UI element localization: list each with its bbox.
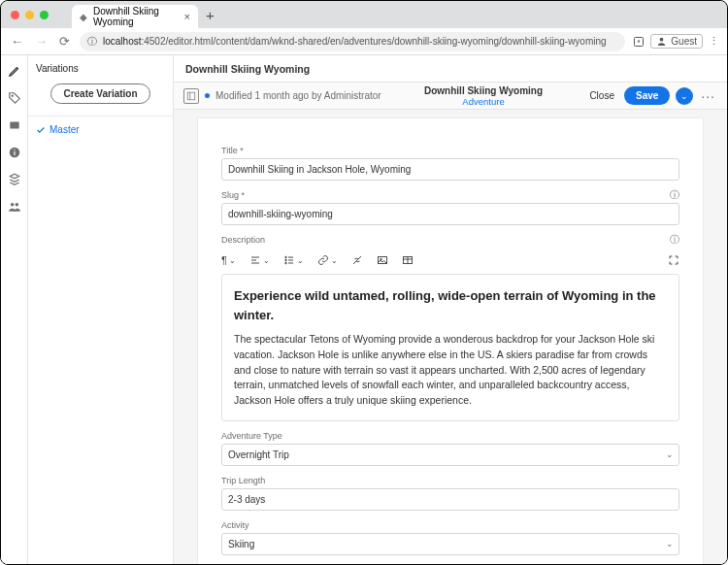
status-left: Modified 1 month ago by Administrator [183,88,381,104]
modified-text: Modified 1 month ago by Administrator [215,90,381,101]
trip-length-input[interactable] [221,488,679,511]
title-input[interactable] [221,158,679,181]
svg-rect-5 [14,151,15,155]
save-button[interactable]: Save [624,86,670,105]
tab-title: Downhill Skiing Wyoming [93,6,179,27]
description-info-icon[interactable]: ⓘ [670,233,679,247]
window-controls [1,11,49,19]
associated-icon[interactable] [7,199,22,215]
save-menu-button[interactable]: ⌄ [676,87,693,105]
activity-label: Activity [221,520,679,530]
svg-point-6 [14,149,15,150]
page-header: Downhill Skiing Wyoming [174,55,727,83]
page-title: Downhill Skiing Wyoming [185,63,310,75]
svg-point-16 [285,262,287,264]
adventure-type-value: Overnight Trip [221,444,679,466]
macos-titlebar: ◆ Downhill Skiing Wyoming × + [1,1,727,28]
rte-align-button[interactable]: ⌄ [249,254,270,266]
status-bar: Modified 1 month ago by Administrator Do… [174,83,727,110]
side-panel-toggle-icon[interactable] [183,88,199,104]
content-form: Title * Slug *ⓘ Descriptionⓘ ¶ ⌄ ⌄ ⌄ ⌄ [197,117,704,564]
svg-point-2 [12,95,13,96]
status-right: Close Save ⌄ ··· [585,86,717,105]
title-label: Title * [221,146,679,155]
divider [28,116,173,116]
chevron-down-icon: ⌄ [666,449,674,459]
activity-select[interactable]: Skiing ⌄ [221,533,679,555]
browser-menu-icon[interactable]: ⋮ [709,35,719,48]
svg-point-15 [285,259,287,261]
address-bar[interactable]: ⓘ localhost:4502/editor.html/content/dam… [80,32,625,51]
modified-indicator-icon [205,93,210,98]
svg-point-1 [660,38,664,42]
forward-button[interactable]: → [33,34,50,49]
editor-main: Downhill Skiing Wyoming Modified 1 month… [174,55,727,564]
svg-point-8 [15,203,17,207]
close-tab-icon[interactable]: × [184,11,190,22]
favicon: ◆ [80,12,87,22]
minimize-window-icon[interactable] [25,11,34,19]
activity-value: Skiing [221,533,679,555]
slug-input[interactable] [221,203,679,225]
status-center: Downhill Skiing Wyoming Adventure [389,85,579,107]
close-button[interactable]: Close [585,90,618,101]
profile-button[interactable]: Guest [650,34,703,49]
browser-toolbar: ← → ⟳ ⓘ localhost:4502/editor.html/conte… [1,28,727,55]
left-rail [1,55,28,564]
breadcrumb: Downhill Skiing Wyoming [389,85,579,96]
close-window-icon[interactable] [11,11,19,19]
variation-master[interactable]: Master [36,124,165,135]
browser-tab[interactable]: ◆ Downhill Skiing Wyoming × [72,5,198,28]
install-app-icon[interactable] [633,36,645,48]
assets-icon[interactable] [7,117,22,133]
rte-editor[interactable]: Experience wild untamed, rolling, wide-o… [221,274,679,421]
slug-label: Slug *ⓘ [221,190,679,200]
variations-title: Variations [36,63,165,74]
rte-list-button[interactable]: ⌄ [283,254,304,266]
trip-length-label: Trip Length [221,476,679,485]
svg-rect-3 [10,122,18,129]
tag-icon[interactable] [7,90,22,106]
rte-image-button[interactable] [377,254,388,266]
rte-toolbar: ¶ ⌄ ⌄ ⌄ ⌄ [221,252,679,268]
site-info-icon[interactable]: ⓘ [87,35,97,49]
create-variation-button[interactable]: Create Variation [50,83,149,104]
form-canvas[interactable]: Title * Slug *ⓘ Descriptionⓘ ¶ ⌄ ⌄ ⌄ ⌄ [174,110,727,564]
new-tab-button[interactable]: + [198,7,222,23]
variations-panel: Variations Create Variation Master [28,55,174,564]
reload-button[interactable]: ⟳ [57,34,72,49]
description-label: Descriptionⓘ [221,235,679,245]
back-button[interactable]: ← [9,34,25,49]
profile-label: Guest [671,36,697,47]
checkmark-icon [36,125,46,135]
app: Variations Create Variation Master Downh… [1,55,727,564]
rte-paragraph-button[interactable]: ¶ ⌄ [221,254,236,266]
zoom-window-icon[interactable] [40,11,49,19]
rte-link-button[interactable]: ⌄ [317,254,338,266]
info-icon[interactable] [7,145,22,160]
chevron-down-icon: ⌄ [666,539,674,548]
url-host: localhost [103,36,141,47]
master-label: Master [50,124,80,135]
content-type-link[interactable]: Adventure [462,96,504,107]
rte-heading: Experience wild untamed, rolling, wide-o… [234,286,667,324]
edit-icon[interactable] [7,63,22,79]
rte-unlink-button[interactable] [351,254,363,266]
url-path: :4502/editor.html/content/dam/wknd-share… [141,36,606,47]
slug-info-icon[interactable]: ⓘ [670,188,679,202]
browser-right-actions: Guest ⋮ [633,34,719,49]
rte-table-button[interactable] [402,254,414,266]
svg-point-7 [10,203,13,207]
group-size-info-icon[interactable]: ⓘ [670,563,679,564]
more-actions-button[interactable]: ··· [699,88,717,104]
adventure-type-label: Adventure Type [221,431,679,441]
tree-icon[interactable] [7,172,22,187]
svg-rect-9 [187,92,195,100]
rte-body: The spectacular Tetons of Wyoming provid… [234,332,667,409]
adventure-type-select[interactable]: Overnight Trip ⌄ [221,444,679,466]
svg-point-14 [285,256,287,258]
rte-fullscreen-button[interactable] [668,254,679,266]
